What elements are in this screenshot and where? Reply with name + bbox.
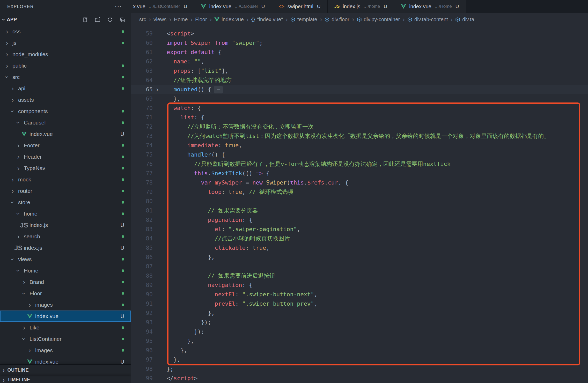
code-line-83[interactable]: 83 el: ".swiper-pagination",	[131, 225, 588, 234]
tree-folder-mock[interactable]: ›mock	[0, 174, 131, 185]
code-line-62[interactable]: 62 name: "",	[131, 57, 588, 66]
tree-folder-node-modules[interactable]: ›node_modules	[0, 49, 131, 60]
code-line-90[interactable]: 90 nextEl: ".swiper-button-next",	[131, 290, 588, 299]
tree-file-index-js[interactable]: JSindex.jsU	[0, 242, 131, 254]
tree-folder-header[interactable]: ›Header	[0, 151, 131, 163]
code-editor[interactable]: 59<script>60import Swiper from "swiper";…	[131, 26, 588, 383]
code-line-60[interactable]: 60import Swiper from "swiper";	[131, 38, 588, 48]
tab-index-js[interactable]: JSindex.js…/homeU	[328, 0, 394, 13]
new-folder-icon[interactable]	[95, 17, 100, 23]
section-header-app[interactable]: › APP	[0, 13, 131, 26]
tree-folder-like[interactable]: ›Like	[0, 322, 131, 333]
more-actions-icon[interactable]: ⋯	[115, 3, 122, 10]
tab-x-vue[interactable]: x.vue…/ListContainerU	[131, 0, 194, 13]
tree-folder-views[interactable]: ›views	[0, 254, 131, 265]
fold-chevron-icon[interactable]: ›	[153, 85, 162, 94]
code-line-85[interactable]: 85 clickable: true,	[131, 243, 588, 253]
tree-folder-css[interactable]: ›css	[0, 26, 131, 37]
tree-folder-images[interactable]: ›images	[0, 345, 131, 356]
tree-file-index-vue[interactable]: index.vueU	[0, 311, 131, 322]
code-line-82[interactable]: 82 pagination: {	[131, 215, 588, 225]
code-line-80[interactable]: 80	[131, 197, 588, 206]
tree-file-index-vue[interactable]: index.vueU	[0, 128, 131, 140]
tree-folder-components[interactable]: ›components	[0, 106, 131, 117]
tree-folder-assets[interactable]: ›assets	[0, 94, 131, 106]
tab-swiper-html[interactable]: <>swiper.htmlU	[272, 0, 328, 13]
code-line-76[interactable]: 76 //只能监听到数据已经有了，但是v-for动态渲染结构还是没有办法确定，因…	[131, 159, 588, 169]
tree-folder-src[interactable]: ›src	[0, 71, 131, 83]
code-line-65[interactable]: 65› mounted() {⋯	[131, 85, 588, 94]
code-line-86[interactable]: 86 },	[131, 253, 588, 262]
tree-folder-js[interactable]: ›js	[0, 37, 131, 49]
tree-folder-listcontainer[interactable]: ›ListContainer	[0, 333, 131, 345]
tree-folder-router[interactable]: ›router	[0, 185, 131, 197]
breadcrumb-item-div-py-container[interactable]: div.py-container	[357, 17, 400, 23]
code-line-97[interactable]: 97 },	[131, 355, 588, 364]
collapse-all-icon[interactable]	[120, 17, 125, 23]
code-line-99[interactable]: 99</script>	[131, 374, 588, 383]
code-line-74[interactable]: 74 immediate: true,	[131, 141, 588, 150]
timeline-panel-header[interactable]: › TIMELINE	[0, 376, 131, 383]
code-line-70[interactable]: 70 watch: {	[131, 104, 588, 113]
code-line-98[interactable]: 98};	[131, 364, 588, 374]
tree-folder-images[interactable]: ›images	[0, 299, 131, 311]
code-line-81[interactable]: 81 // 如果需要分页器	[131, 206, 588, 215]
tree-file-index-js[interactable]: JSindex.jsU	[0, 219, 131, 231]
code-line-64[interactable]: 64 //组件挂载完毕的地方	[131, 76, 588, 85]
refresh-icon[interactable]	[107, 17, 113, 23]
tree-folder-search[interactable]: ›search	[0, 231, 131, 242]
code-line-61[interactable]: 61export default {	[131, 48, 588, 57]
breadcrumb-item-template[interactable]: template	[290, 17, 317, 23]
breadcrumb-item-div-tab-content[interactable]: div.tab-content	[407, 17, 448, 23]
breadcrumb-item-floor[interactable]: Floor	[195, 17, 207, 23]
code-line-95[interactable]: 95 },	[131, 336, 588, 346]
breadcrumb-item-index-vue[interactable]: {}"index.vue"	[251, 17, 283, 23]
tree-folder-footer[interactable]: ›Footer	[0, 140, 131, 151]
tree-folder-brand[interactable]: ›Brand	[0, 276, 131, 288]
outline-panel-header[interactable]: › OUTLINE	[0, 364, 131, 376]
code-line-69[interactable]: 69 },	[131, 94, 588, 104]
folded-code-badge[interactable]: ⋯	[214, 86, 223, 93]
code-line-79[interactable]: 79 loop: true, // 循环模式选项	[131, 187, 588, 197]
tab-index-vue[interactable]: index.vue…/CarouselU	[194, 0, 272, 13]
chevron-right-icon: ›	[246, 16, 249, 23]
code-line-88[interactable]: 88 // 如果需要前进后退按钮	[131, 271, 588, 281]
code-line-89[interactable]: 89 navigation: {	[131, 281, 588, 290]
code-line-91[interactable]: 91 prevEl: ".swiper-button-prev",	[131, 299, 588, 308]
breadcrumb-item-div-floor[interactable]: div.floor	[325, 17, 349, 23]
tree-folder-home[interactable]: ›home	[0, 208, 131, 219]
code-line-84[interactable]: 84 //点击小球的时候页切换图片	[131, 234, 588, 243]
breadcrumb-label: Floor	[195, 17, 207, 23]
code-line-94[interactable]: 94 });	[131, 327, 588, 336]
code-line-59[interactable]: 59<script>	[131, 29, 588, 38]
tree-folder-public[interactable]: ›public	[0, 60, 131, 71]
tree-folder-carousel[interactable]: ›Carousel	[0, 117, 131, 128]
tab-index-vue[interactable]: index.vue…/HomeU	[394, 0, 466, 13]
tree-file-index-vue[interactable]: index.vueU	[0, 356, 131, 364]
tree-folder-floor[interactable]: ›Floor	[0, 288, 131, 299]
code-text: name: "",	[162, 57, 588, 66]
code-line-73[interactable]: 73 //为何watch监听不到list：因为这个数据从来没有发生变化「数据是父…	[131, 131, 588, 141]
breadcrumb-item-src[interactable]: src	[139, 17, 146, 23]
code-line-87[interactable]: 87	[131, 262, 588, 271]
tree-folder-api[interactable]: ›api	[0, 83, 131, 94]
tree-folder-typenav[interactable]: ›TypeNav	[0, 163, 131, 174]
code-line-92[interactable]: 92 },	[131, 308, 588, 318]
code-line-78[interactable]: 78 var mySwiper = new Swiper(this.$refs.…	[131, 178, 588, 187]
breadcrumb-item-div-ta[interactable]: div.ta	[455, 17, 474, 23]
code-line-75[interactable]: 75 handler() {	[131, 150, 588, 159]
code-line-96[interactable]: 96 },	[131, 346, 588, 355]
breadcrumb-item-views[interactable]: views	[153, 17, 166, 23]
code-line-72[interactable]: 72 //立即监听：不管数据有没有变化，立即监听一次	[131, 122, 588, 131]
tree-item-label: Like	[30, 325, 40, 331]
new-file-icon[interactable]	[82, 17, 88, 23]
tree-folder-store[interactable]: ›store	[0, 197, 131, 208]
breadcrumb-item-index-vue[interactable]: index.vue	[214, 17, 244, 23]
tree-folder-home[interactable]: ›Home	[0, 265, 131, 276]
code-line-93[interactable]: 93 });	[131, 318, 588, 327]
code-line-63[interactable]: 63 props: ["list"],	[131, 66, 588, 76]
code-line-77[interactable]: 77 this.$nextTick(() => {	[131, 169, 588, 178]
breadcrumb-item-home[interactable]: Home	[174, 17, 188, 23]
code-line-71[interactable]: 71 list: {	[131, 113, 588, 122]
git-modified-dot	[122, 212, 124, 215]
